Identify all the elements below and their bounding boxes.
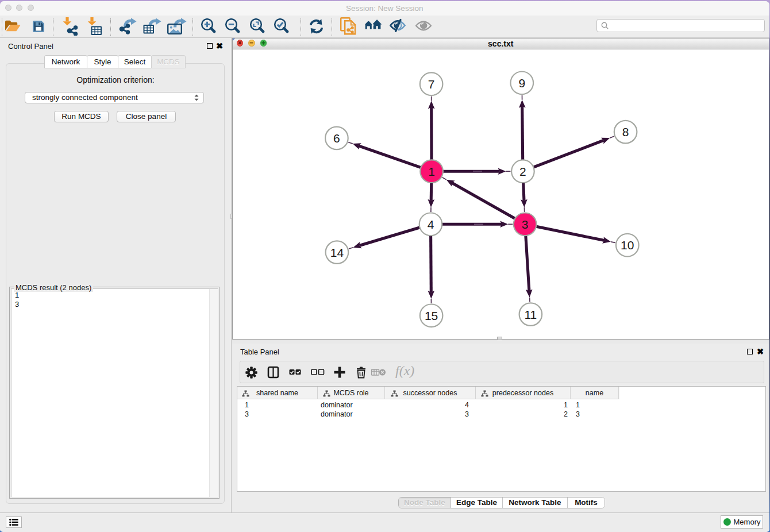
svg-text:2: 2 [519,165,526,178]
svg-text:15: 15 [425,309,438,322]
svg-text:6: 6 [333,132,340,145]
svg-text:8: 8 [622,125,629,138]
svg-text:14: 14 [330,246,344,259]
svg-text:10: 10 [621,238,634,252]
svg-text:1: 1 [428,165,435,178]
svg-text:9: 9 [518,76,525,90]
svg-text:7: 7 [428,78,435,91]
svg-text:11: 11 [524,308,537,321]
svg-text:3: 3 [522,218,529,231]
svg-text:4: 4 [428,218,434,231]
